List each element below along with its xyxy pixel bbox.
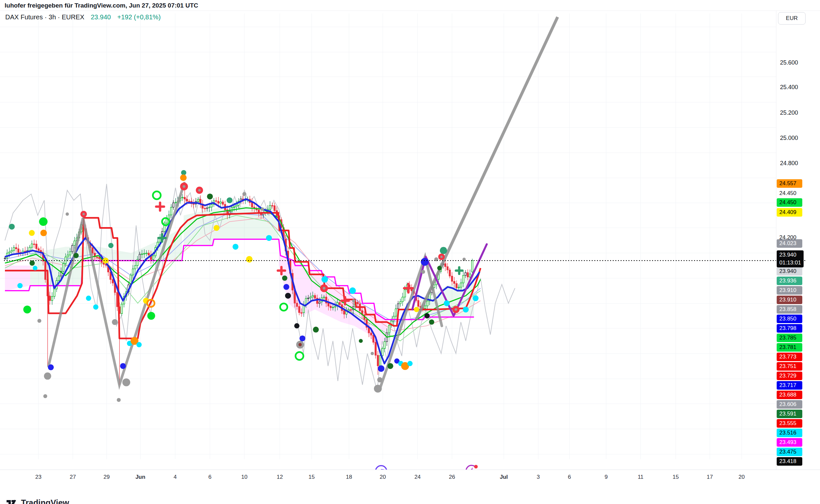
- currency-button[interactable]: EUR: [778, 12, 806, 25]
- price-level-label: 23.475: [777, 448, 802, 456]
- tradingview-logo[interactable]: TradingView: [7, 498, 69, 504]
- price-tick: 25.200: [780, 109, 798, 116]
- price-level-label: 23.773: [777, 353, 802, 361]
- signal-dot-lime: [147, 312, 155, 320]
- tradingview-chart-window: luhofer freigegeben für TradingView.com,…: [0, 0, 820, 504]
- signal-dot-dgreen: [313, 327, 319, 333]
- signal-dot-cyan: [93, 304, 98, 310]
- current-price-label: 23.940 01:13:01: [777, 250, 804, 267]
- signal-dot-dgreen: [429, 320, 434, 325]
- signal-dot-cyan: [322, 276, 328, 283]
- price-axis-separator: [776, 11, 776, 470]
- last-price: 23.940: [91, 13, 111, 21]
- time-tick: 6: [208, 474, 211, 480]
- signal-ring-lime: [153, 191, 161, 199]
- time-tick: 11: [638, 474, 644, 480]
- signal-dot-blue: [48, 364, 54, 370]
- gray-trend-projection-line: [416, 17, 557, 320]
- signal-dot-gray: [352, 299, 355, 302]
- signal-dot-teal: [9, 224, 15, 230]
- signal-dot-gray: [371, 352, 374, 355]
- signal-dot-cyan: [86, 296, 91, 301]
- cloud-pink-early: [5, 265, 30, 291]
- signal-dot-yellow: [246, 256, 253, 262]
- signal-dot-yellow: [414, 307, 419, 312]
- price-level-label: 23.516: [777, 429, 802, 437]
- signal-dot-dgreen: [387, 363, 393, 369]
- time-tick: 10: [242, 474, 248, 480]
- signal-dot-yellow: [214, 225, 220, 231]
- bar-countdown: 01:13:01: [779, 259, 801, 267]
- signal-dot-yellow: [103, 258, 108, 263]
- price-level-label: 23.910: [777, 296, 802, 304]
- candlestick-chart-canvas[interactable]: [0, 11, 820, 504]
- signal-dot-black: [424, 313, 430, 319]
- time-tick: 20: [380, 474, 386, 480]
- signal-dot-gray: [112, 319, 118, 325]
- signal-cross-dteal: [456, 267, 462, 274]
- time-tick: Jul: [500, 474, 508, 480]
- signal-ring-lime: [296, 352, 303, 360]
- price-tick: 25.400: [780, 84, 798, 91]
- time-tick: 15: [309, 474, 315, 480]
- signal-dot-gray: [44, 373, 51, 380]
- price-level-label: 24.450: [777, 189, 802, 198]
- time-tick: 4: [173, 474, 176, 480]
- time-tick: 26: [449, 474, 455, 480]
- price-level-label: 23.418: [777, 457, 802, 466]
- price-level-label: 23.781: [777, 343, 802, 352]
- signal-cross-red: [156, 203, 164, 210]
- price-level-label: 23.751: [777, 362, 802, 371]
- signal-dot-gray: [421, 270, 425, 274]
- tradingview-logo-text: TradingView: [21, 498, 69, 504]
- price-level-label: 23.858: [777, 305, 802, 314]
- price-change: +192 (+0,81%): [117, 13, 160, 21]
- time-axis[interactable]: 232729Jun4610121518202426Jul36911151720: [0, 470, 820, 489]
- signal-dot-cyan: [266, 235, 272, 241]
- signal-dot-cyan: [17, 283, 23, 288]
- signal-dot-teal: [440, 247, 447, 254]
- signal-dot-gray: [37, 319, 41, 323]
- price-tick: 25.600: [780, 59, 798, 66]
- price-level-label: 23.798: [777, 324, 802, 333]
- signal-dot-teal: [227, 197, 233, 203]
- price-level-label: 23.717: [777, 381, 802, 390]
- signal-dot-gray: [374, 385, 382, 393]
- price-level-label: 24.409: [777, 208, 802, 217]
- time-tick: 29: [104, 474, 110, 480]
- price-tick: 24.800: [780, 160, 798, 167]
- symbol-description[interactable]: DAX Futures · 3h · EUREX: [5, 13, 84, 21]
- time-tick: 23: [35, 474, 42, 480]
- chart-pane[interactable]: DAX Futures · 3h · EUREX 23.940 +192 (+0…: [0, 10, 820, 504]
- signal-dot-teal: [108, 243, 113, 248]
- time-tick: 27: [70, 474, 76, 480]
- signal-dot-gray: [377, 377, 382, 382]
- signal-dot-cyan: [444, 300, 450, 306]
- signal-dot-blue: [421, 258, 429, 266]
- signal-dot-cyan: [233, 244, 239, 250]
- signal-ring-lime: [162, 218, 169, 225]
- signal-dot-cyan: [463, 307, 469, 313]
- time-tick: 12: [277, 474, 283, 480]
- signal-dot-orange: [180, 174, 186, 181]
- signal-dot-blue: [283, 284, 289, 290]
- signal-dot-dgreen: [29, 261, 35, 266]
- signal-dot-gray: [43, 394, 47, 398]
- time-tick: 24: [415, 474, 421, 480]
- signal-dot-cyan: [136, 342, 142, 347]
- price-level-label: 23.493: [777, 438, 802, 447]
- signal-dot-cyan: [473, 295, 478, 301]
- current-price-value: 23.940: [779, 251, 801, 259]
- time-tick: 9: [604, 474, 607, 480]
- copyright-banner: luhofer freigegeben für TradingView.com,…: [5, 2, 198, 9]
- symbol-title-row[interactable]: DAX Futures · 3h · EUREX 23.940 +192 (+0…: [5, 13, 161, 21]
- price-level-label: 23.555: [777, 419, 802, 428]
- signal-ring-lime: [280, 303, 287, 311]
- signal-dot-dgreen: [207, 194, 213, 200]
- signal-dot-gray: [66, 212, 69, 216]
- price-level-label: 23.940: [777, 267, 802, 276]
- price-tick: 25.000: [780, 135, 798, 142]
- time-tick: 20: [739, 474, 745, 480]
- price-level-label: 23.729: [777, 372, 802, 380]
- price-level-label: 23.688: [777, 391, 802, 399]
